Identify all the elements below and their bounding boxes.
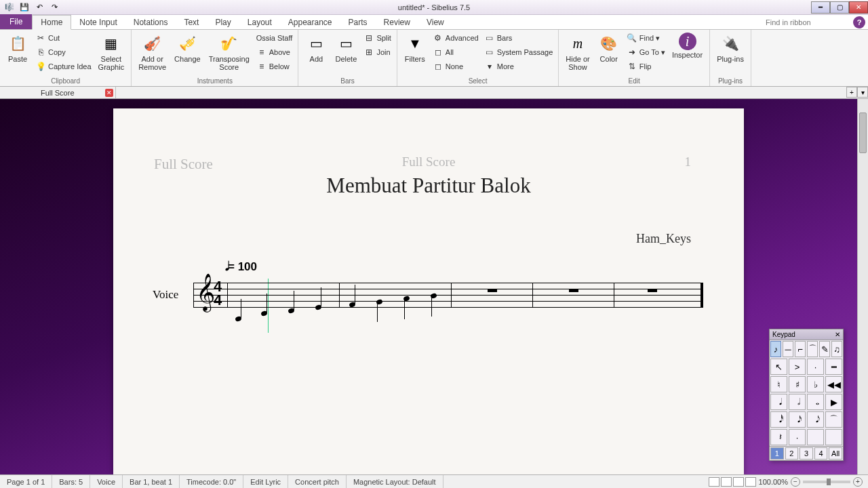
keypad-accent[interactable]: > <box>789 359 806 375</box>
add-remove-button[interactable]: 🎻Add or Remove <box>136 31 169 76</box>
tab-play[interactable]: Play <box>207 16 239 29</box>
status-bars[interactable]: Bars: 5 <box>52 475 90 488</box>
keypad-layout-4[interactable]: ⌒ <box>807 341 818 357</box>
copy-button[interactable]: ⎘Copy <box>34 45 93 59</box>
plugins-button[interactable]: 🔌Plug-ins <box>714 31 747 76</box>
zoom-slider[interactable] <box>803 481 850 483</box>
tab-note-input[interactable]: Note Input <box>71 16 125 29</box>
tab-layout[interactable]: Layout <box>239 16 280 29</box>
zoom-slider-thumb[interactable] <box>827 479 831 485</box>
keypad-forward[interactable]: ▶ <box>825 394 842 410</box>
color-button[interactable]: 🎨Color <box>595 31 623 76</box>
keypad-tie[interactable]: ⌒ <box>825 411 842 428</box>
delete-bar-button[interactable]: ▭Delete <box>332 31 359 76</box>
save-icon[interactable]: 💾 <box>18 1 31 14</box>
status-page[interactable]: Page 1 of 1 <box>0 475 52 488</box>
maximize-button[interactable]: ▢ <box>830 1 849 14</box>
transposing-button[interactable]: 🎷Transposing Score <box>206 31 252 76</box>
ribbon-search-input[interactable] <box>761 16 849 28</box>
whole-rest[interactable] <box>648 289 657 292</box>
keypad-tenuto[interactable]: ━ <box>825 359 842 375</box>
select-graphic-button[interactable]: ▦ Select Graphic <box>96 31 127 76</box>
status-position[interactable]: Bar 1, beat 1 <box>123 475 180 488</box>
composer-text[interactable]: Ham_Keys <box>113 232 691 246</box>
voice-4-button[interactable]: 4 <box>814 447 828 460</box>
view-icon-1[interactable] <box>709 477 719 487</box>
staff[interactable]: 𝄞 44 <box>193 283 703 307</box>
redo-icon[interactable]: ↷ <box>47 1 61 14</box>
tab-notations[interactable]: Notations <box>125 16 176 29</box>
undo-icon[interactable]: ↶ <box>33 1 46 14</box>
app-icon[interactable]: 🎼 <box>3 1 16 14</box>
canvas-area[interactable]: Full Score Full Score 1 Membuat Partitur… <box>0 99 857 474</box>
keypad-empty[interactable] <box>807 429 824 445</box>
join-button[interactable]: ⊞Join <box>362 45 392 59</box>
none-button[interactable]: ◻None <box>431 60 480 73</box>
keypad-close-icon[interactable]: ✕ <box>835 331 840 338</box>
keypad-cursor[interactable]: ↖ <box>770 359 787 375</box>
voice-2-button[interactable]: 2 <box>785 447 799 460</box>
change-button[interactable]: 🎺Change <box>172 31 203 76</box>
all-button[interactable]: ◻All <box>431 45 480 59</box>
tab-home[interactable]: Home <box>32 15 71 30</box>
capture-idea-button[interactable]: 💡Capture Idea <box>34 60 93 73</box>
keypad-empty2[interactable] <box>825 429 842 445</box>
keypad-8th[interactable]: 𝅘𝅥𝅮 <box>807 411 824 428</box>
below-button[interactable]: ≡Below <box>255 60 294 73</box>
status-instrument[interactable]: Voice <box>90 475 123 488</box>
split-button[interactable]: ⊟Split <box>362 31 392 45</box>
file-tab[interactable]: File <box>0 14 32 29</box>
vertical-scrollbar[interactable] <box>857 99 868 474</box>
keypad-dot[interactable]: · <box>789 429 806 445</box>
keypad-rest[interactable]: 𝄽 <box>770 429 787 445</box>
goto-button[interactable]: ➜Go To ▾ <box>625 45 667 59</box>
keypad-panel[interactable]: Keypad✕ ♪ ─ ⌐ ⌒ ✎ ♫ ↖ > · ━ ♮ ♯ ♭ ◀◀ 𝅘𝅥 … <box>769 329 844 461</box>
filters-button[interactable]: ▼Filters <box>401 31 429 76</box>
whole-rest[interactable] <box>569 289 578 292</box>
find-button[interactable]: 🔍Find ▾ <box>625 31 667 45</box>
voice-all-button[interactable]: All <box>829 447 842 460</box>
zoom-value[interactable]: 100.00% <box>759 478 788 486</box>
bars-select-button[interactable]: ▭Bars <box>483 31 555 45</box>
doc-tab-full-score[interactable]: Full Score ✕ <box>0 87 116 98</box>
status-magnetic-layout[interactable]: Magnetic Layout: Default <box>347 475 443 488</box>
keypad-layout-2[interactable]: ─ <box>783 341 793 357</box>
new-tab-button[interactable]: + <box>846 87 857 98</box>
view-icon-2[interactable] <box>721 477 732 487</box>
keypad-staccato[interactable]: · <box>807 359 824 375</box>
hide-show-button[interactable]: mHide or Show <box>563 31 592 76</box>
minimize-button[interactable]: ━ <box>811 1 830 14</box>
zoom-in-button[interactable]: + <box>853 477 863 487</box>
doc-tab-close-icon[interactable]: ✕ <box>105 89 113 97</box>
zoom-out-button[interactable]: − <box>791 477 800 487</box>
keypad-32nd[interactable]: 𝅘𝅥𝅰 <box>770 411 787 428</box>
cut-button[interactable]: ✂Cut <box>34 31 93 45</box>
tab-parts[interactable]: Parts <box>340 16 376 29</box>
voice-3-button[interactable]: 3 <box>800 447 813 460</box>
keypad-quarter[interactable]: 𝅘𝅥 <box>770 394 787 410</box>
tab-review[interactable]: Review <box>376 16 418 29</box>
keypad-layout-3[interactable]: ⌐ <box>795 341 806 357</box>
keypad-whole[interactable]: 𝅝 <box>807 394 824 410</box>
more-button[interactable]: ▾More <box>483 60 555 73</box>
keypad-flat[interactable]: ♭ <box>807 376 824 392</box>
keypad-16th[interactable]: 𝅘𝅥𝅯 <box>789 411 806 428</box>
help-icon[interactable]: ? <box>853 16 865 28</box>
view-icon-3[interactable] <box>733 477 744 487</box>
inspector-button[interactable]: iInspector <box>669 31 705 76</box>
keypad-layout-6[interactable]: ♫ <box>831 341 842 357</box>
tab-view[interactable]: View <box>418 16 452 29</box>
keypad-layout-1[interactable]: ♪ <box>770 341 781 357</box>
paste-button[interactable]: 📋 Paste <box>4 31 31 76</box>
whole-rest[interactable] <box>488 289 497 292</box>
tab-appearance[interactable]: Appearance <box>280 16 340 29</box>
above-button[interactable]: ≡Above <box>255 45 294 59</box>
tab-text[interactable]: Text <box>176 16 207 29</box>
advanced-button[interactable]: ⚙Advanced <box>431 31 480 45</box>
ossia-staff-button[interactable]: Ossia Staff <box>255 31 294 45</box>
keypad-natural[interactable]: ♮ <box>770 376 787 392</box>
close-button[interactable]: ✕ <box>849 1 868 14</box>
keypad-sharp[interactable]: ♯ <box>789 376 806 392</box>
flip-button[interactable]: ⇅Flip <box>625 60 667 73</box>
keypad-half[interactable]: 𝅗𝅥 <box>789 394 806 410</box>
